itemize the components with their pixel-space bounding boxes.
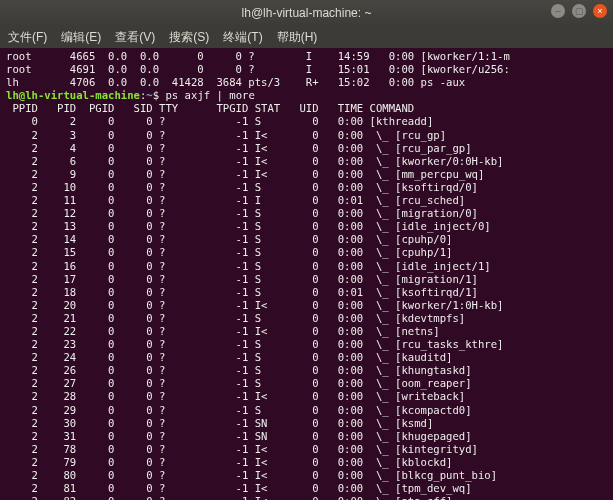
menu-file[interactable]: 文件(F) [8, 29, 47, 46]
process-row: 2 30 0 0 ? -1 SN 0 0:00 \_ [ksmd] [6, 417, 607, 430]
process-row: 2 79 0 0 ? -1 I< 0 0:00 \_ [kblockd] [6, 456, 607, 469]
maximize-button[interactable]: ▢ [572, 4, 586, 18]
titlebar[interactable]: lh@lh-virtual-machine: ~ – ▢ × [0, 0, 613, 26]
process-row: 2 80 0 0 ? -1 I< 0 0:00 \_ [blkcg_punt_b… [6, 469, 607, 482]
process-row: 2 26 0 0 ? -1 S 0 0:00 \_ [khungtaskd] [6, 364, 607, 377]
ps-header: PPID PID PGID SID TTY TPGID STAT UID TIM… [6, 102, 607, 115]
process-row: 2 11 0 0 ? -1 I 0 0:01 \_ [rcu_sched] [6, 194, 607, 207]
process-row: 2 28 0 0 ? -1 I< 0 0:00 \_ [writeback] [6, 390, 607, 403]
process-row: 2 23 0 0 ? -1 S 0 0:00 \_ [rcu_tasks_kth… [6, 338, 607, 351]
menu-terminal[interactable]: 终端(T) [223, 29, 262, 46]
menu-edit[interactable]: 编辑(E) [61, 29, 101, 46]
process-row: root 4665 0.0 0.0 0 0 ? I 14:59 0:00 [kw… [6, 50, 607, 63]
process-row: 2 18 0 0 ? -1 S 0 0:01 \_ [ksoftirqd/1] [6, 286, 607, 299]
process-row: 2 17 0 0 ? -1 S 0 0:00 \_ [migration/1] [6, 273, 607, 286]
process-row: 2 24 0 0 ? -1 S 0 0:00 \_ [kauditd] [6, 351, 607, 364]
window-controls: – ▢ × [551, 4, 607, 18]
process-row: 2 82 0 0 ? -1 I< 0 0:00 \_ [ata_sff] [6, 495, 607, 500]
menu-view[interactable]: 查看(V) [115, 29, 155, 46]
process-row: 2 4 0 0 ? -1 I< 0 0:00 \_ [rcu_par_gp] [6, 142, 607, 155]
menu-help[interactable]: 帮助(H) [277, 29, 318, 46]
process-row: 2 14 0 0 ? -1 S 0 0:00 \_ [cpuhp/0] [6, 233, 607, 246]
process-row: 2 29 0 0 ? -1 S 0 0:00 \_ [kcompactd0] [6, 404, 607, 417]
process-row: 2 78 0 0 ? -1 I< 0 0:00 \_ [kintegrityd] [6, 443, 607, 456]
window-title: lh@lh-virtual-machine: ~ [242, 6, 372, 20]
menubar: 文件(F) 编辑(E) 查看(V) 搜索(S) 终端(T) 帮助(H) [0, 26, 613, 48]
process-row: 2 9 0 0 ? -1 I< 0 0:00 \_ [mm_percpu_wq] [6, 168, 607, 181]
prompt-command: ps axjf | more [159, 89, 255, 101]
process-row: 2 22 0 0 ? -1 I< 0 0:00 \_ [netns] [6, 325, 607, 338]
terminal-area[interactable]: root 4665 0.0 0.0 0 0 ? I 14:59 0:00 [kw… [0, 48, 613, 500]
close-button[interactable]: × [593, 4, 607, 18]
prompt-line: lh@lh-virtual-machine:~$ ps axjf | more [6, 89, 607, 102]
process-row: 2 81 0 0 ? -1 I< 0 0:00 \_ [tpm_dev_wq] [6, 482, 607, 495]
process-row: root 4691 0.0 0.0 0 0 ? I 15:01 0:00 [kw… [6, 63, 607, 76]
process-row: 2 15 0 0 ? -1 S 0 0:00 \_ [cpuhp/1] [6, 246, 607, 259]
process-row: 2 3 0 0 ? -1 I< 0 0:00 \_ [rcu_gp] [6, 129, 607, 142]
process-row: 2 10 0 0 ? -1 S 0 0:00 \_ [ksoftirqd/0] [6, 181, 607, 194]
process-row: 2 16 0 0 ? -1 S 0 0:00 \_ [idle_inject/1… [6, 260, 607, 273]
process-row: 0 2 0 0 ? -1 S 0 0:00 [kthreadd] [6, 115, 607, 128]
prompt-user: lh@lh-virtual-machine [6, 89, 140, 101]
process-row: lh 4706 0.0 0.0 41428 3684 pts/3 R+ 15:0… [6, 76, 607, 89]
process-row: 2 12 0 0 ? -1 S 0 0:00 \_ [migration/0] [6, 207, 607, 220]
terminal-window: lh@lh-virtual-machine: ~ – ▢ × 文件(F) 编辑(… [0, 0, 613, 500]
menu-search[interactable]: 搜索(S) [169, 29, 209, 46]
minimize-button[interactable]: – [551, 4, 565, 18]
process-row: 2 31 0 0 ? -1 SN 0 0:00 \_ [khugepaged] [6, 430, 607, 443]
process-row: 2 6 0 0 ? -1 I< 0 0:00 \_ [kworker/0:0H-… [6, 155, 607, 168]
process-row: 2 27 0 0 ? -1 S 0 0:00 \_ [oom_reaper] [6, 377, 607, 390]
process-row: 2 21 0 0 ? -1 S 0 0:00 \_ [kdevtmpfs] [6, 312, 607, 325]
process-row: 2 13 0 0 ? -1 S 0 0:00 \_ [idle_inject/0… [6, 220, 607, 233]
process-row: 2 20 0 0 ? -1 I< 0 0:00 \_ [kworker/1:0H… [6, 299, 607, 312]
